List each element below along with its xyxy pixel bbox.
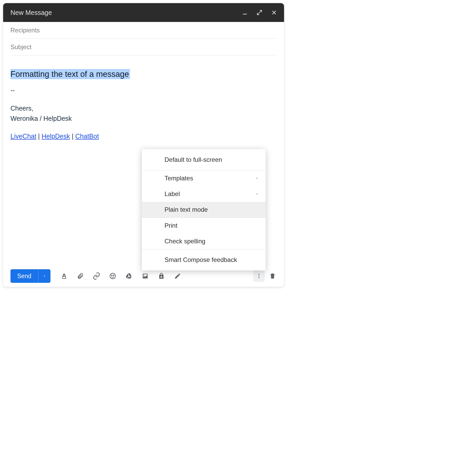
link-livechat[interactable]: LiveChat	[10, 133, 36, 140]
toolbar-icons	[57, 269, 185, 283]
window-controls	[241, 9, 278, 16]
more-options-menu: Default to full-screen Templates Label P…	[142, 149, 266, 271]
window-title: New Message	[10, 9, 241, 16]
menu-smart-compose[interactable]: Smart Compose feedback	[142, 249, 265, 270]
menu-default-fullscreen[interactable]: Default to full-screen	[142, 149, 265, 170]
svg-point-5	[258, 274, 259, 275]
menu-label: Plain text mode	[165, 206, 208, 213]
discard-button[interactable]	[267, 270, 278, 282]
image-icon[interactable]	[138, 269, 152, 283]
menu-label: Label	[165, 190, 180, 198]
signature-links: LiveChat | HelpDesk | ChatBot	[10, 131, 277, 141]
fullscreen-icon[interactable]	[256, 9, 263, 16]
titlebar: New Message	[3, 3, 284, 22]
chevron-right-icon	[256, 192, 259, 196]
link-icon[interactable]	[89, 269, 104, 283]
send-group: Send	[10, 269, 50, 283]
toolbar-right	[253, 270, 278, 282]
recipients-placeholder: Recipients	[10, 27, 40, 34]
chevron-right-icon	[256, 177, 259, 180]
subject-field[interactable]: Subject	[10, 39, 277, 55]
signature-line-2: Weronika / HelpDesk	[10, 113, 277, 124]
menu-label: Smart Compose feedback	[165, 256, 237, 263]
minimize-icon[interactable]	[241, 9, 248, 16]
menu-label: Check spelling	[165, 238, 205, 245]
menu-label: Default to full-screen	[165, 156, 222, 163]
drive-icon[interactable]	[122, 269, 136, 283]
send-options-button[interactable]	[38, 269, 50, 283]
confidential-icon[interactable]	[154, 269, 169, 283]
emoji-icon[interactable]	[105, 269, 120, 283]
compose-window: New Message Recipients Subject	[3, 3, 284, 287]
menu-plain-text[interactable]: Plain text mode	[142, 202, 265, 217]
subject-placeholder: Subject	[10, 43, 31, 51]
svg-rect-1	[62, 278, 66, 279]
recipients-field[interactable]: Recipients	[10, 22, 277, 39]
pen-icon[interactable]	[170, 269, 185, 283]
body-selected-line: Formatting the text of a message	[10, 68, 277, 81]
formatting-icon[interactable]	[57, 269, 71, 283]
menu-label: Templates	[165, 175, 193, 182]
svg-point-2	[110, 273, 115, 279]
attach-icon[interactable]	[73, 269, 88, 283]
menu-label: Print	[165, 222, 177, 229]
menu-check-spelling[interactable]: Check spelling	[142, 233, 265, 249]
link-chatbot[interactable]: ChatBot	[75, 133, 99, 140]
svg-rect-0	[243, 14, 247, 15]
close-icon[interactable]	[270, 9, 278, 16]
selected-text: Formatting the text of a message	[10, 69, 130, 79]
header-fields: Recipients Subject	[3, 22, 284, 55]
link-separator: |	[36, 133, 42, 140]
link-helpdesk[interactable]: HelpDesk	[42, 133, 70, 140]
signature-line-1: Cheers,	[10, 103, 277, 113]
menu-label-item[interactable]: Label	[142, 186, 265, 202]
svg-point-6	[258, 276, 259, 277]
send-button[interactable]: Send	[10, 269, 38, 283]
signature-separator: --	[10, 85, 277, 95]
link-separator: |	[70, 133, 75, 140]
more-options-button[interactable]	[253, 270, 265, 282]
svg-point-4	[113, 275, 114, 276]
svg-point-3	[111, 275, 112, 276]
svg-point-7	[258, 277, 259, 278]
menu-print[interactable]: Print	[142, 218, 265, 233]
menu-templates[interactable]: Templates	[142, 170, 265, 186]
signature-block: Cheers, Weronika / HelpDesk	[10, 103, 277, 124]
